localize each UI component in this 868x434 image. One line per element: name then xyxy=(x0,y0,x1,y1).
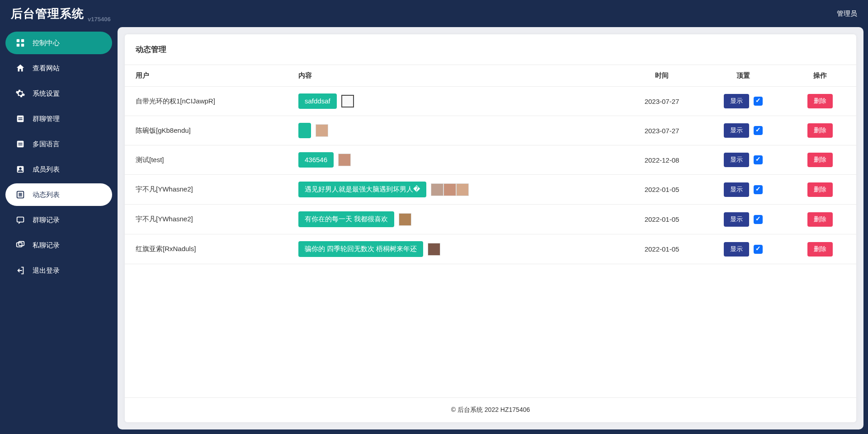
delete-button[interactable]: 删除 xyxy=(807,182,833,197)
svg-rect-2 xyxy=(17,44,19,47)
cell-user: 陈碗饭[gKb8endu] xyxy=(125,116,288,145)
data-table: 用户 内容 时间 顶置 操作 自带光环的权1[nCIJawpR]safddsaf… xyxy=(125,65,856,264)
show-button[interactable]: 显示 xyxy=(724,123,749,138)
thumbnail-icon[interactable] xyxy=(443,183,456,196)
sidebar-item-3[interactable]: 群聊管理 xyxy=(5,107,112,130)
cell-pin: 显示 xyxy=(703,87,784,116)
sidebar-item-label: 多国语言 xyxy=(33,140,60,149)
thumbnails xyxy=(428,243,440,256)
th-op: 操作 xyxy=(784,65,856,87)
svg-rect-3 xyxy=(21,44,24,47)
footer: © 后台系统 2022 HZ175406 xyxy=(125,397,856,422)
pin-checkbox[interactable] xyxy=(754,126,763,135)
delete-button[interactable]: 删除 xyxy=(807,242,833,257)
sidebar-item-0[interactable]: 控制中心 xyxy=(5,32,112,54)
svg-rect-5 xyxy=(18,117,22,118)
show-button[interactable]: 显示 xyxy=(724,94,749,108)
delete-button[interactable]: 删除 xyxy=(807,212,833,227)
cell-user: 宇不凡[YWhasne2] xyxy=(125,205,288,234)
svg-rect-4 xyxy=(17,116,24,122)
delete-button[interactable]: 删除 xyxy=(807,94,833,108)
sidebar-item-4[interactable]: 多国语言 xyxy=(5,133,112,155)
table-row: 红旗亚索[RxNaduls]骗你的 四季轮回无数次 梧桐树来年还2022-01-… xyxy=(125,234,856,264)
content-card: 动态管理 用户 内容 时间 顶置 操作 自带光环的权1[nCIJawpR]saf… xyxy=(125,34,856,422)
cell-op: 删除 xyxy=(784,205,856,234)
thumbnail-icon[interactable] xyxy=(399,213,411,226)
show-button[interactable]: 显示 xyxy=(724,242,749,257)
sidebar-item-5[interactable]: 成员列表 xyxy=(5,158,112,181)
content-badge: 遇见好男人就是最强大脑遇到坏男人� xyxy=(298,182,426,197)
thumbnail-icon[interactable] xyxy=(456,183,469,196)
thumbnail-icon[interactable] xyxy=(428,243,440,256)
cell-content xyxy=(288,116,621,145)
cell-time: 2022-01-05 xyxy=(621,234,703,264)
th-pin: 顶置 xyxy=(703,65,784,87)
sidebar-item-9[interactable]: 退出登录 xyxy=(5,259,112,282)
cell-op: 删除 xyxy=(784,116,856,145)
cell-pin: 显示 xyxy=(703,175,784,205)
svg-rect-7 xyxy=(17,141,24,148)
sidebar-item-2[interactable]: 系统设置 xyxy=(5,82,112,105)
show-button[interactable]: 显示 xyxy=(724,182,749,197)
cell-time: 2023-07-27 xyxy=(621,116,703,145)
sidebar-item-label: 私聊记录 xyxy=(33,241,60,250)
brand-title: 后台管理系统 xyxy=(11,6,84,22)
thumbnail-icon[interactable] xyxy=(431,183,443,196)
content-badge: 有你在的每一天 我都很喜欢 xyxy=(298,211,394,227)
sidebar-item-7[interactable]: 群聊记录 xyxy=(5,209,112,231)
svg-point-11 xyxy=(19,167,22,170)
cell-user: 红旗亚索[RxNaduls] xyxy=(125,234,288,264)
doc-icon xyxy=(15,139,25,149)
show-button[interactable]: 显示 xyxy=(724,153,749,167)
thumbnails xyxy=(431,183,469,196)
cell-content: 有你在的每一天 我都很喜欢 xyxy=(288,205,621,234)
users-icon xyxy=(15,164,25,174)
sidebar-item-6[interactable]: 动态列表 xyxy=(5,183,112,206)
show-button[interactable]: 显示 xyxy=(724,212,749,227)
th-content: 内容 xyxy=(288,65,621,87)
cell-time: 2022-12-08 xyxy=(621,145,703,175)
sidebar-item-8[interactable]: 私聊记录 xyxy=(5,234,112,257)
dashboard-icon xyxy=(15,38,25,48)
sidebar-item-label: 动态列表 xyxy=(33,191,60,199)
sidebar: 控制中心查看网站系统设置群聊管理多国语言成员列表动态列表群聊记录私聊记录退出登录 xyxy=(0,27,118,434)
cell-content: safddsaf xyxy=(288,87,621,116)
thumbnails xyxy=(399,213,411,226)
home-icon xyxy=(15,63,25,73)
sidebar-item-label: 查看网站 xyxy=(33,64,60,73)
cell-op: 删除 xyxy=(784,175,856,205)
thumbnails xyxy=(338,154,351,166)
delete-button[interactable]: 删除 xyxy=(807,123,833,138)
content-badge: 436546 xyxy=(298,152,334,168)
sidebar-item-label: 系统设置 xyxy=(33,89,60,98)
svg-rect-18 xyxy=(19,242,24,246)
cell-pin: 显示 xyxy=(703,145,784,175)
header-user[interactable]: 管理员 xyxy=(837,9,857,18)
cell-op: 删除 xyxy=(784,87,856,116)
thumbnails xyxy=(341,95,354,107)
thumbnail-icon[interactable] xyxy=(341,95,354,107)
sidebar-item-label: 群聊记录 xyxy=(33,216,60,224)
pin-checkbox[interactable] xyxy=(754,97,763,106)
thumbnail-icon[interactable] xyxy=(338,154,351,166)
content-badge: safddsaf xyxy=(298,93,337,109)
pin-checkbox[interactable] xyxy=(754,245,763,254)
sidebar-item-label: 退出登录 xyxy=(33,266,60,275)
thumbnail-icon[interactable] xyxy=(316,124,328,137)
table-row: 陈碗饭[gKb8endu]2023-07-27显示删除 xyxy=(125,116,856,145)
table-row: 测试[test]4365462022-12-08显示删除 xyxy=(125,145,856,175)
page-title: 动态管理 xyxy=(125,34,856,65)
cell-time: 2023-07-27 xyxy=(621,87,703,116)
cell-content: 436546 xyxy=(288,145,621,175)
delete-button[interactable]: 删除 xyxy=(807,153,833,167)
content-badge: 骗你的 四季轮回无数次 梧桐树来年还 xyxy=(298,241,423,257)
logout-icon xyxy=(15,266,25,275)
cell-user: 自带光环的权1[nCIJawpR] xyxy=(125,87,288,116)
sidebar-item-1[interactable]: 查看网站 xyxy=(5,57,112,79)
main-area: 动态管理 用户 内容 时间 顶置 操作 自带光环的权1[nCIJawpR]saf… xyxy=(118,27,863,429)
cell-pin: 显示 xyxy=(703,234,784,264)
pin-checkbox[interactable] xyxy=(754,185,763,194)
cell-pin: 显示 xyxy=(703,116,784,145)
pin-checkbox[interactable] xyxy=(754,215,763,224)
pin-checkbox[interactable] xyxy=(754,155,763,164)
